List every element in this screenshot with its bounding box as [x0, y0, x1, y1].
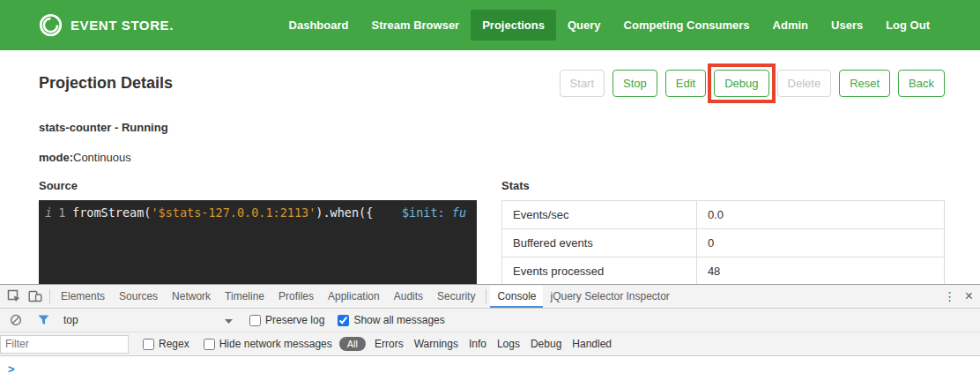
- projection-name-status: stats-counter - Running: [39, 121, 945, 134]
- mode-value: Continuous: [73, 151, 131, 164]
- delete-button: Delete: [777, 70, 832, 97]
- nav-item-admin[interactable]: Admin: [761, 10, 820, 41]
- context-value: top: [63, 314, 78, 326]
- inspect-element-icon[interactable]: [4, 286, 25, 307]
- devtools-tabbar: Elements Sources Network Timeline Profil…: [0, 285, 980, 309]
- chevron-down-icon: [225, 314, 233, 326]
- hide-network-messages-checkbox-input[interactable]: [204, 339, 215, 350]
- tab-application[interactable]: Application: [321, 286, 387, 308]
- clear-console-icon[interactable]: [5, 310, 26, 331]
- mode-label: mode:: [39, 151, 73, 164]
- show-all-messages-label: Show all messages: [353, 314, 444, 326]
- devtools-panel: Elements Sources Network Timeline Profil…: [0, 284, 980, 388]
- device-toolbar-icon[interactable]: [25, 286, 46, 307]
- level-filter-debug[interactable]: Debug: [529, 338, 563, 350]
- editor-gutter: i1: [39, 204, 72, 222]
- nav-item-query[interactable]: Query: [556, 10, 612, 41]
- screen: EVENT STORE. Dashboard Stream Browser Pr…: [0, 0, 980, 388]
- main-content: Projection Details Start Stop Edit Debug…: [0, 70, 980, 317]
- regex-checkbox[interactable]: Regex: [143, 338, 189, 350]
- nav-item-logout[interactable]: Log Out: [874, 10, 941, 41]
- level-filter-handled[interactable]: Handled: [570, 338, 613, 350]
- regex-label: Regex: [159, 338, 189, 350]
- stop-button[interactable]: Stop: [612, 70, 657, 97]
- tab-timeline[interactable]: Timeline: [218, 286, 271, 308]
- filter-icon[interactable]: [33, 310, 54, 331]
- start-button: Start: [560, 70, 605, 97]
- stat-value: 0: [696, 229, 944, 257]
- nav-item-dashboard[interactable]: Dashboard: [278, 10, 360, 41]
- edit-button[interactable]: Edit: [665, 70, 706, 97]
- tab-audits[interactable]: Audits: [387, 286, 430, 308]
- tab-elements[interactable]: Elements: [54, 286, 112, 308]
- execution-context-selector[interactable]: top: [60, 314, 236, 326]
- console-prompt: >: [0, 356, 15, 376]
- hide-network-messages-label: Hide network messages: [219, 338, 332, 350]
- tab-jquery-selector-inspector[interactable]: jQuery Selector Inspector: [543, 286, 676, 308]
- level-filter-logs[interactable]: Logs: [495, 338, 522, 350]
- gutter-marker: i: [45, 205, 52, 220]
- divider: [486, 289, 486, 303]
- top-navbar: EVENT STORE. Dashboard Stream Browser Pr…: [0, 0, 980, 50]
- tab-network[interactable]: Network: [165, 286, 218, 308]
- level-filter-warnings[interactable]: Warnings: [412, 338, 460, 350]
- stat-label: Buffered events: [502, 229, 697, 257]
- tab-console[interactable]: Console: [490, 286, 543, 308]
- nav-item-competing-consumers[interactable]: Competing Consumers: [612, 10, 761, 41]
- level-filter-info[interactable]: Info: [467, 338, 488, 350]
- nav-item-projections[interactable]: Projections: [471, 10, 556, 41]
- back-button[interactable]: Back: [898, 70, 945, 97]
- tab-profiles[interactable]: Profiles: [271, 286, 321, 308]
- nav-item-users[interactable]: Users: [820, 10, 874, 41]
- debug-button-wrapper: Debug: [714, 70, 768, 97]
- table-row: Events/sec 0.0: [502, 201, 945, 229]
- show-all-messages-checkbox-input[interactable]: [338, 315, 349, 326]
- filter-input[interactable]: [0, 335, 129, 354]
- action-buttons: Start Stop Edit Debug Delete Reset Back: [552, 70, 945, 97]
- tab-security[interactable]: Security: [430, 286, 482, 308]
- eventstore-logo-icon: [39, 13, 63, 37]
- navbar-items: Dashboard Stream Browser Projections Que…: [278, 10, 941, 41]
- code-content: fromStream('$stats-127.0.0.1:2113').when…: [72, 204, 466, 222]
- page-header: Projection Details Start Stop Edit Debug…: [39, 70, 945, 97]
- stats-table: Events/sec 0.0 Buffered events 0 Events …: [501, 200, 945, 286]
- stat-label: Events processed: [502, 257, 697, 286]
- tab-sources[interactable]: Sources: [112, 286, 165, 308]
- debug-button[interactable]: Debug: [714, 70, 768, 97]
- console-toolbar: top Preserve log Show all messages: [0, 309, 980, 332]
- divider: [49, 289, 50, 303]
- projection-mode: mode:Continuous: [39, 151, 945, 164]
- preserve-log-checkbox-input[interactable]: [249, 315, 261, 326]
- table-row: Buffered events 0: [502, 229, 945, 257]
- level-filter-errors[interactable]: Errors: [373, 338, 405, 350]
- code-line: i1 fromStream('$stats-127.0.0.1:2113').w…: [39, 204, 477, 222]
- line-number: 1: [58, 205, 65, 220]
- stats-heading: Stats: [501, 179, 945, 192]
- brand-text: EVENT STORE.: [71, 18, 174, 33]
- stats-section: Stats Events/sec 0.0 Buffered events 0 E…: [501, 179, 945, 286]
- nav-item-stream-browser[interactable]: Stream Browser: [360, 10, 471, 41]
- devtools-window-controls: ⋮ ×: [944, 289, 980, 303]
- preserve-log-checkbox[interactable]: Preserve log: [249, 314, 324, 326]
- reset-button[interactable]: Reset: [839, 70, 890, 97]
- level-filter-all[interactable]: All: [339, 337, 366, 351]
- devtools-menu-icon[interactable]: ⋮: [944, 289, 956, 303]
- console-filter-bar: Regex Hide network messages All Errors W…: [0, 332, 980, 356]
- show-all-messages-checkbox[interactable]: Show all messages: [338, 314, 444, 326]
- stat-value: 48: [696, 257, 944, 286]
- source-heading: Source: [39, 179, 477, 192]
- regex-checkbox-input[interactable]: [143, 339, 154, 350]
- devtools-close-icon[interactable]: ×: [965, 289, 973, 303]
- eventstore-brand[interactable]: EVENT STORE.: [39, 13, 174, 37]
- stat-value: 0.0: [696, 201, 944, 229]
- preserve-log-label: Preserve log: [265, 314, 324, 326]
- hide-network-messages-checkbox[interactable]: Hide network messages: [204, 338, 332, 350]
- table-row: Events processed 48: [502, 257, 945, 286]
- stat-label: Events/sec: [502, 201, 697, 229]
- page-title: Projection Details: [39, 74, 173, 93]
- console-output[interactable]: >: [0, 356, 980, 388]
